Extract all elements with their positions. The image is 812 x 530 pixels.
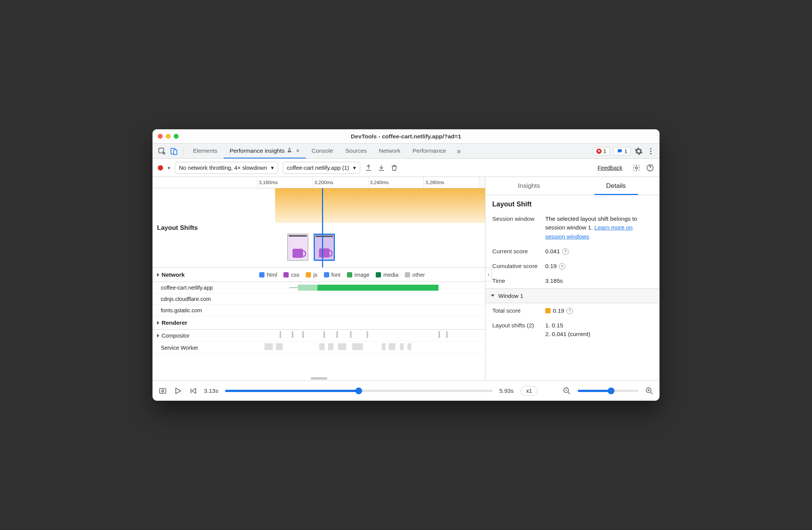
inspect-element-icon[interactable] bbox=[158, 147, 166, 155]
label-current-score: Current score bbox=[492, 247, 540, 256]
close-tab-icon[interactable]: × bbox=[296, 147, 299, 154]
label-cumulative-score: Cumulative score bbox=[492, 262, 540, 270]
delete-icon[interactable] bbox=[390, 164, 398, 172]
compositor-row[interactable]: Compositor bbox=[152, 330, 485, 342]
export-icon[interactable] bbox=[365, 164, 372, 172]
tab-insights[interactable]: Insights bbox=[485, 177, 572, 195]
playback-speed[interactable]: x1 bbox=[521, 386, 538, 396]
layout-shifts-label: Layout Shifts bbox=[152, 188, 257, 267]
insights-toolbar: ▾ No network throttling, 4× slowdown ▾ c… bbox=[152, 159, 660, 177]
playback-bar: 3.13s 5.93s x1 bbox=[152, 380, 660, 401]
main-split: 3,160ms 3,200ms 3,240ms 3,280ms Layout S… bbox=[152, 177, 660, 380]
network-host-row[interactable]: fonts.gstatic.com bbox=[152, 305, 485, 316]
throttle-select[interactable]: No network throttling, 4× slowdown ▾ bbox=[175, 162, 278, 174]
help-icon[interactable]: ? bbox=[566, 308, 573, 314]
label-layout-shifts: Layout shifts (2) bbox=[492, 321, 540, 339]
preview-toggle-icon[interactable] bbox=[159, 387, 167, 395]
expand-caret-icon bbox=[157, 321, 159, 325]
collapse-panel-button[interactable]: › bbox=[485, 268, 492, 281]
svg-rect-8 bbox=[160, 388, 166, 393]
label-time: Time bbox=[492, 276, 540, 285]
value-cumulative-score: 0.19? bbox=[545, 262, 653, 270]
details-tabs: Insights Details bbox=[485, 177, 660, 195]
import-icon[interactable] bbox=[378, 164, 385, 172]
tab-performance-insights[interactable]: Performance insights × bbox=[224, 144, 306, 158]
zoom-slider[interactable] bbox=[578, 390, 638, 392]
help-icon[interactable]: ? bbox=[559, 263, 565, 270]
message-icon bbox=[617, 148, 623, 154]
horizontal-scroll-handle[interactable] bbox=[311, 377, 327, 380]
value-session-window: The selected layout shift belongs to ses… bbox=[545, 214, 653, 241]
message-badge[interactable]: 1 bbox=[613, 147, 631, 155]
svg-point-6 bbox=[635, 167, 638, 169]
value-time: 3.185s bbox=[545, 276, 653, 285]
skip-back-icon[interactable] bbox=[189, 387, 197, 395]
help-icon[interactable] bbox=[646, 164, 654, 172]
tab-network[interactable]: Network bbox=[373, 144, 406, 158]
network-track-header[interactable]: Network html css js font image media oth… bbox=[152, 268, 485, 282]
svg-point-9 bbox=[162, 390, 164, 392]
playback-slider[interactable] bbox=[225, 390, 493, 392]
svg-point-4 bbox=[650, 150, 652, 152]
playback-start-time: 3.13s bbox=[204, 387, 218, 394]
window-section-header[interactable]: Window 1 bbox=[485, 288, 660, 303]
record-menu-caret[interactable]: ▾ bbox=[168, 165, 170, 171]
tab-sources[interactable]: Sources bbox=[339, 144, 373, 158]
panel-tabs: Elements Performance insights × Console … bbox=[187, 144, 452, 158]
score-color-swatch bbox=[545, 308, 551, 313]
layout-shift-thumbnail-1[interactable] bbox=[287, 234, 308, 261]
error-badge[interactable]: ✕ 1 bbox=[593, 147, 610, 155]
vertical-scrollbar[interactable] bbox=[479, 177, 485, 188]
zoom-out-icon[interactable] bbox=[563, 387, 571, 395]
settings-icon[interactable] bbox=[635, 147, 643, 155]
details-title: Layout Shift bbox=[485, 195, 660, 211]
minimize-button[interactable] bbox=[166, 134, 171, 139]
tab-details[interactable]: Details bbox=[572, 177, 660, 195]
close-button[interactable] bbox=[158, 134, 163, 139]
tab-performance[interactable]: Performance bbox=[406, 144, 452, 158]
tab-console[interactable]: Console bbox=[306, 144, 339, 158]
expand-caret-icon bbox=[157, 273, 159, 277]
feedback-link[interactable]: Feedback bbox=[597, 164, 622, 171]
slider-knob[interactable] bbox=[355, 387, 362, 394]
titlebar: DevTools - coffee-cart.netlify.app/?ad=1 bbox=[152, 129, 660, 144]
window-controls bbox=[158, 134, 179, 139]
renderer-track-header[interactable]: Renderer bbox=[152, 316, 485, 330]
svg-rect-2 bbox=[174, 150, 177, 155]
panel-settings-icon[interactable] bbox=[632, 164, 641, 172]
help-icon[interactable]: ? bbox=[562, 248, 569, 255]
chevron-down-icon: ▾ bbox=[271, 164, 274, 171]
playhead-indicator[interactable] bbox=[322, 188, 323, 267]
timeline-panel: 3,160ms 3,200ms 3,240ms 3,280ms Layout S… bbox=[152, 177, 485, 380]
chevron-down-icon: ▾ bbox=[353, 164, 356, 171]
value-total-score: 0.19? bbox=[545, 306, 653, 315]
layout-shift-thumbnail-2[interactable] bbox=[314, 234, 335, 261]
tabs-overflow-icon[interactable]: » bbox=[454, 147, 464, 155]
recording-select[interactable]: coffee-cart.netlify.app (1) ▾ bbox=[283, 162, 360, 174]
devtools-window: DevTools - coffee-cart.netlify.app/?ad=1… bbox=[152, 129, 660, 401]
device-toggle-icon[interactable] bbox=[170, 147, 178, 155]
window-title: DevTools - coffee-cart.netlify.app/?ad=1 bbox=[152, 133, 660, 140]
service-worker-row[interactable]: Service Worker bbox=[152, 342, 485, 354]
error-icon: ✕ bbox=[596, 149, 602, 154]
svg-point-5 bbox=[650, 153, 652, 154]
maximize-button[interactable] bbox=[174, 134, 179, 139]
label-session-window: Session window bbox=[492, 214, 540, 241]
details-panel: › Insights Details Layout Shift Session … bbox=[485, 177, 660, 380]
value-layout-shifts: 1. 0.15 2. 0.041 (current) bbox=[545, 321, 653, 339]
tab-elements[interactable]: Elements bbox=[187, 144, 224, 158]
svg-point-3 bbox=[650, 148, 652, 149]
collapse-caret-icon bbox=[491, 294, 495, 297]
panel-tabstrip: Elements Performance insights × Console … bbox=[152, 144, 660, 159]
network-host-row[interactable]: cdnjs.cloudflare.com bbox=[152, 293, 485, 305]
network-host-row[interactable]: coffee-cart.netlify.app bbox=[152, 282, 485, 293]
value-current-score: 0.041? bbox=[545, 247, 653, 256]
record-button[interactable] bbox=[158, 165, 163, 170]
expand-caret-icon bbox=[157, 334, 159, 338]
zoom-in-icon[interactable] bbox=[645, 387, 653, 395]
time-ruler[interactable]: 3,160ms 3,200ms 3,240ms 3,280ms bbox=[152, 177, 485, 188]
network-legend: html css js font image media other bbox=[257, 272, 485, 278]
flame-gradient bbox=[275, 188, 485, 223]
play-icon[interactable] bbox=[174, 387, 182, 395]
more-menu-icon[interactable] bbox=[647, 147, 655, 155]
